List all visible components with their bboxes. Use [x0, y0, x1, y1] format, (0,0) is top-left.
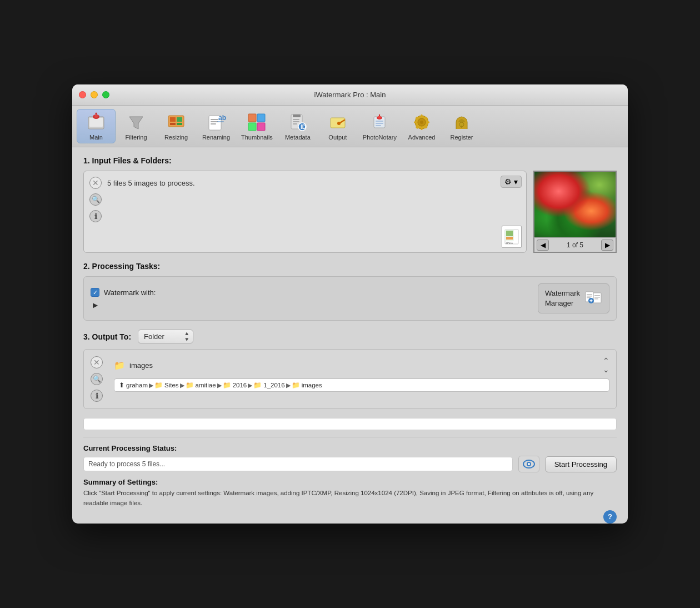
start-processing-button[interactable]: Start Processing [545, 456, 617, 472]
home-icon: ⬆ [119, 381, 124, 389]
toolbar-item-register[interactable]: Register [442, 109, 481, 143]
select-arrow-icon: ▲ ▼ [184, 331, 189, 342]
svg-rect-64 [594, 297, 600, 298]
toolbar-item-metadata[interactable]: ID Metadata [278, 109, 317, 143]
svg-marker-6 [129, 117, 143, 129]
watermark-checkbox[interactable]: ✓ [91, 288, 99, 297]
svg-rect-56 [506, 237, 513, 240]
svg-point-36 [379, 114, 380, 116]
svg-rect-8 [170, 117, 176, 122]
help-button[interactable]: ? [603, 510, 617, 524]
toolbar-item-filtering[interactable]: Filtering [117, 109, 156, 143]
svg-rect-59 [587, 294, 592, 295]
prev-image-button[interactable]: ◀ [537, 240, 549, 251]
select-value: Folder [144, 332, 164, 341]
minimize-button[interactable] [91, 91, 98, 98]
zoom-input-button[interactable]: 🔍 [89, 193, 102, 206]
1-2016-folder-icon: 📁 [253, 381, 262, 389]
progress-bar [83, 418, 617, 430]
crumb-amitiae-label: amitiae [196, 382, 216, 388]
svg-rect-63 [594, 295, 600, 296]
advanced-icon [411, 112, 432, 133]
svg-text:JPEG: JPEG [506, 241, 513, 245]
main-icon [86, 112, 107, 133]
crumb-amitiae: 📁 amitiae [186, 381, 216, 389]
svg-point-69 [528, 463, 530, 465]
svg-rect-11 [177, 123, 182, 125]
register-icon [451, 112, 472, 133]
preview-navigation: ◀ 1 of 5 ▶ [533, 237, 617, 253]
image-counter: 1 of 5 [567, 241, 583, 249]
maximize-button[interactable] [102, 91, 109, 98]
toolbar-item-thumbnails[interactable]: Thumbnails [237, 109, 277, 143]
info-output-button[interactable]: ℹ [91, 390, 103, 402]
titlebar: iWatermark Pro : Main [72, 84, 628, 106]
toolbar-item-output[interactable]: Output [318, 109, 357, 143]
watermark-label: Watermark with: [104, 288, 156, 297]
toolbar-item-renaming[interactable]: abc Renaming [197, 109, 236, 143]
main-label: Main [89, 134, 103, 141]
svg-point-42 [420, 121, 423, 124]
svg-rect-10 [170, 123, 176, 125]
expand-folder-icon[interactable]: ⌃⌄ [603, 356, 609, 374]
svg-rect-15 [211, 123, 216, 124]
svg-rect-18 [248, 114, 256, 122]
toolbar-item-photonotary[interactable]: PhotoNotary [358, 109, 401, 143]
sites-folder-icon: 📁 [154, 381, 163, 389]
crumb-sites-label: Sites [164, 382, 179, 388]
zoom-output-button[interactable]: 🔍 [91, 373, 103, 385]
crumb-1-2016-label: 1_2016 [263, 382, 284, 388]
folder-row: 📁 images ⌃⌄ [114, 356, 609, 374]
svg-rect-13 [211, 119, 218, 120]
resizing-label: Resizing [164, 134, 188, 141]
advanced-label: Advanced [408, 134, 436, 141]
toolbar-item-advanced[interactable]: Advanced [402, 109, 441, 143]
gear-dropdown-button[interactable]: ⚙ ▾ [501, 176, 522, 188]
svg-rect-9 [177, 117, 182, 122]
status-section: Current Processing Status: Ready to proc… [83, 437, 617, 508]
close-button[interactable] [79, 91, 86, 98]
eye-icon [523, 460, 535, 469]
jpeg-file-icon: JPEG [502, 226, 522, 248]
input-files-box: ✕ 🔍 ℹ 5 files 5 images to process. ⚙ ▾ [83, 171, 527, 253]
output-inner: ✕ 🔍 ℹ 📁 images ⌃⌄ ⬆ graham [83, 349, 617, 409]
expand-tasks-button[interactable]: ▶ [93, 301, 156, 309]
files-count-text: 5 files 5 images to process. [107, 179, 521, 187]
next-image-button[interactable]: ▶ [601, 240, 613, 251]
crumb-images-label: images [302, 382, 322, 388]
toolbar-item-main[interactable]: Main [77, 109, 116, 143]
svg-rect-55 [506, 231, 513, 236]
svg-rect-39 [376, 125, 381, 126]
output-section: 3. Output To: Folder ▲ ▼ ✕ 🔍 ℹ [83, 330, 617, 409]
thumbnails-icon [246, 112, 267, 133]
svg-point-34 [378, 116, 381, 119]
images-folder-icon: 📁 [292, 381, 300, 389]
input-section-title: 1. Input Files & Folders: [83, 156, 617, 165]
renaming-label: Renaming [202, 134, 230, 141]
crumb-graham: graham [126, 382, 148, 388]
svg-rect-38 [376, 123, 383, 124]
crumb-home: ⬆ graham [119, 381, 148, 389]
output-destination-select[interactable]: Folder ▲ ▼ [138, 330, 193, 343]
resizing-icon [166, 112, 187, 133]
svg-rect-44 [421, 127, 423, 130]
gear-icon: ⚙ [504, 177, 512, 186]
window-controls [79, 91, 109, 98]
output-icon [327, 112, 348, 133]
watermark-manager-button[interactable]: WatermarkManager [538, 283, 609, 313]
svg-rect-61 [587, 297, 591, 298]
folder-icon: 📁 [114, 360, 125, 371]
toolbar-item-resizing[interactable]: Resizing [157, 109, 196, 143]
preview-toggle-button[interactable] [518, 456, 539, 472]
toolbar: Main Filtering Resizing [72, 106, 628, 147]
2016-folder-icon: 📁 [223, 381, 231, 389]
remove-input-button[interactable]: ✕ [89, 177, 102, 189]
tasks-left: ✓ Watermark with: ▶ [91, 288, 156, 309]
info-input-button[interactable]: ℹ [89, 210, 102, 222]
remove-output-button[interactable]: ✕ [91, 356, 103, 368]
svg-text:ID: ID [301, 124, 306, 130]
svg-rect-45 [414, 122, 417, 123]
processing-section-title: 2. Processing Tasks: [83, 262, 617, 271]
thumbnails-label: Thumbnails [241, 134, 273, 141]
svg-point-31 [337, 122, 341, 125]
